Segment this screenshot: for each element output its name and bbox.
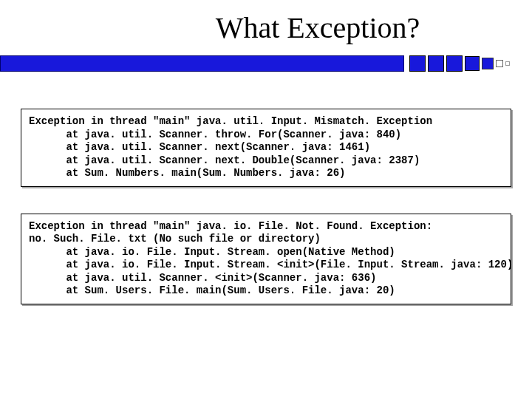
accent-square-icon [446, 55, 463, 72]
accent-square-icon [505, 61, 510, 66]
slide: What Exception? Exception in thread "mai… [0, 0, 532, 399]
accent-square-icon [496, 60, 503, 67]
accent-square-icon [409, 55, 426, 72]
accent-square-icon [482, 58, 494, 69]
accent-squares [404, 55, 532, 72]
accent-square-icon [428, 55, 444, 72]
accent-bar [0, 55, 404, 72]
code-block-2: Exception in thread "main" java. io. Fil… [21, 214, 511, 304]
slide-title: What Exception? [0, 0, 532, 51]
accent-bar-row [0, 55, 532, 72]
code-text: Exception in thread "main" java. util. I… [29, 115, 503, 180]
code-text: Exception in thread "main" java. io. Fil… [29, 220, 503, 298]
code-block-1: Exception in thread "main" java. util. I… [21, 109, 511, 187]
accent-square-icon [465, 56, 480, 71]
